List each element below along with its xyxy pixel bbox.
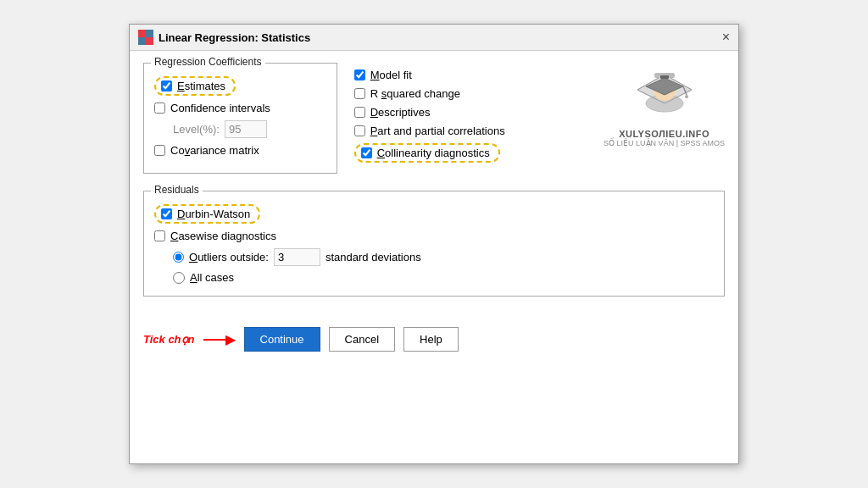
app-icon bbox=[138, 30, 153, 45]
right-panel: Model fit R squared change Descriptives bbox=[354, 63, 587, 182]
arrow-head: ▶ bbox=[225, 331, 236, 347]
svg-rect-2 bbox=[138, 37, 146, 45]
logo-svg: XULYSОЛIEU.INFO SỐ LIỆU LUẬN VĂN | SPSS … bbox=[604, 66, 725, 147]
durbin-watson-checkbox[interactable] bbox=[161, 208, 172, 219]
confidence-intervals-label: Confidence intervals bbox=[170, 102, 270, 114]
covariance-matrix-checkbox[interactable] bbox=[154, 145, 165, 156]
outliers-outside-label: Outliers outside: bbox=[189, 251, 269, 263]
part-partial-checkbox[interactable] bbox=[354, 125, 365, 136]
outliers-radio[interactable] bbox=[173, 252, 184, 263]
casewise-row[interactable]: Casewise diagnostics bbox=[154, 230, 714, 242]
collinearity-row[interactable]: Collinearity diagnostics bbox=[354, 143, 587, 163]
left-panel: Regression Coefficients Estimates bbox=[143, 63, 337, 182]
help-button[interactable]: Help bbox=[403, 327, 459, 352]
svg-rect-3 bbox=[146, 37, 153, 45]
part-partial-row[interactable]: Part and partial correlations bbox=[354, 125, 587, 137]
outliers-row: Outliers outside: standard deviations bbox=[173, 248, 714, 266]
logo-image bbox=[631, 66, 698, 125]
bottom-area: Tick chọn ▶ Continue Cancel Help bbox=[130, 317, 738, 363]
outliers-value-input[interactable] bbox=[274, 248, 320, 266]
descriptives-checkbox[interactable] bbox=[354, 107, 365, 118]
residuals-group: Residuals Durbin-Watson Casewise diagnos… bbox=[143, 191, 725, 297]
r-squared-row[interactable]: R squared change bbox=[354, 87, 587, 100]
model-fit-row[interactable]: Model fit bbox=[354, 69, 587, 81]
estimates-highlight: Estimates bbox=[154, 76, 236, 96]
covariance-matrix-row[interactable]: Covariance matrix bbox=[154, 144, 326, 157]
svg-rect-0 bbox=[138, 30, 146, 37]
regression-group-title: Regression Coefficients bbox=[151, 56, 265, 68]
descriptives-label: Descriptives bbox=[370, 106, 431, 119]
dialog-window: Linear Regression: Statistics × Regressi… bbox=[129, 24, 739, 464]
residuals-group-title: Residuals bbox=[151, 184, 203, 196]
casewise-checkbox[interactable] bbox=[154, 230, 165, 241]
confidence-intervals-checkbox[interactable] bbox=[154, 103, 165, 114]
logo-main-text: XULYSОЛIEU.INFO bbox=[619, 129, 709, 139]
all-cases-radio[interactable] bbox=[173, 272, 185, 284]
regression-coefficients-group: Regression Coefficients Estimates bbox=[143, 63, 337, 174]
logo-panel: XULYSОЛIEU.INFO SỐ LIỆU LUẬN VĂN | SPSS … bbox=[604, 63, 725, 182]
estimates-row[interactable]: Estimates bbox=[154, 76, 326, 96]
covariance-matrix-label: Covariance matrix bbox=[170, 144, 259, 157]
continue-button[interactable]: Continue bbox=[244, 327, 320, 352]
model-fit-label: Model fit bbox=[370, 69, 412, 81]
logo-sub-text: SỐ LIỆU LUẬN VĂN | SPSS AMOS bbox=[604, 139, 725, 147]
main-area: Regression Coefficients Estimates bbox=[143, 63, 725, 182]
durbin-watson-label: Durbin-Watson bbox=[177, 208, 250, 220]
estimates-checkbox[interactable] bbox=[161, 80, 172, 92]
title-bar: Linear Regression: Statistics × bbox=[130, 25, 738, 51]
confidence-intervals-row[interactable]: Confidence intervals bbox=[154, 102, 326, 114]
durbin-watson-highlight: Durbin-Watson bbox=[154, 204, 260, 224]
collinearity-highlight: Collinearity diagnostics bbox=[354, 143, 500, 163]
svg-point-14 bbox=[685, 95, 688, 98]
r-squared-checkbox[interactable] bbox=[354, 88, 365, 99]
svg-rect-12 bbox=[660, 75, 669, 79]
dialog-content: Regression Coefficients Estimates bbox=[130, 51, 738, 317]
r-squared-label: R squared change bbox=[370, 87, 460, 100]
casewise-label: Casewise diagnostics bbox=[170, 230, 276, 242]
model-fit-checkbox[interactable] bbox=[354, 69, 365, 80]
descriptives-row[interactable]: Descriptives bbox=[354, 106, 587, 119]
arrow-annotation: ▶ bbox=[203, 331, 236, 347]
cancel-button[interactable]: Cancel bbox=[329, 327, 395, 352]
part-partial-label: Part and partial correlations bbox=[370, 125, 505, 137]
durbin-watson-row[interactable]: Durbin-Watson bbox=[154, 204, 714, 224]
standard-deviations-label: standard deviations bbox=[326, 251, 421, 263]
tick-chon-annotation: Tick chọn bbox=[143, 333, 195, 346]
window-title: Linear Regression: Statistics bbox=[159, 31, 310, 44]
close-button[interactable]: × bbox=[722, 30, 730, 44]
level-input[interactable] bbox=[225, 120, 267, 138]
all-cases-label: All cases bbox=[190, 271, 234, 284]
collinearity-label: Collinearity diagnostics bbox=[377, 147, 490, 159]
all-cases-row[interactable]: All cases bbox=[173, 271, 714, 284]
level-label: Level(%): bbox=[173, 123, 220, 136]
level-row: Level(%): bbox=[173, 120, 326, 138]
svg-rect-1 bbox=[146, 30, 153, 37]
estimates-label: Estimates bbox=[177, 80, 225, 92]
collinearity-checkbox[interactable] bbox=[361, 147, 372, 158]
